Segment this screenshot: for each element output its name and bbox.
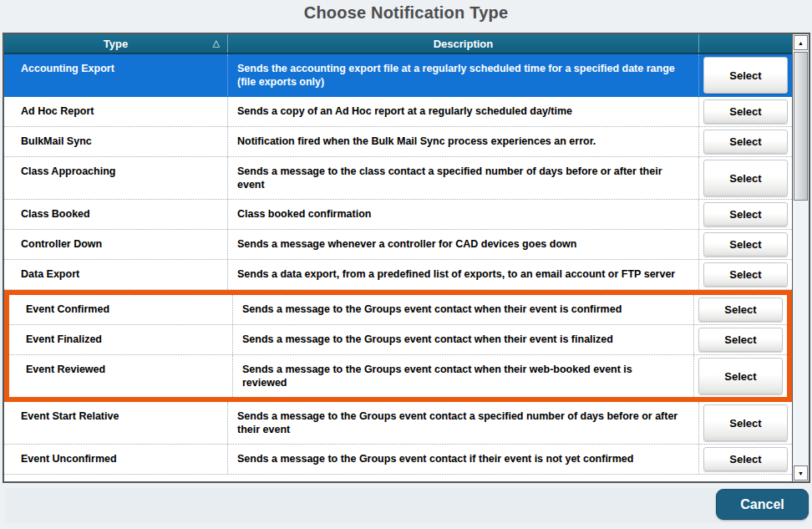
- action-cell: Select: [698, 230, 792, 259]
- description-cell: Sends a message to the Groups event cont…: [232, 355, 693, 397]
- description-cell: Sends a copy of an Ad Hoc report at a re…: [227, 97, 698, 126]
- select-button[interactable]: Select: [703, 447, 788, 471]
- select-button[interactable]: Select: [698, 328, 783, 352]
- highlight-box: Event ConfirmedSends a message to the Gr…: [4, 290, 792, 402]
- column-header-description[interactable]: Description: [227, 34, 698, 53]
- scroll-up-icon: ▲: [798, 40, 804, 46]
- scrollbar-thumb[interactable]: [794, 52, 808, 201]
- column-header-actions: [698, 34, 792, 53]
- select-button[interactable]: Select: [703, 99, 788, 124]
- table-row[interactable]: Class BookedClass booked confirmationSel…: [4, 200, 792, 230]
- table-row[interactable]: Controller DownSends a message whenever …: [4, 230, 792, 260]
- notification-type-table: Type △ Description Accounting ExportSend…: [3, 33, 810, 483]
- table-row[interactable]: Ad Hoc ReportSends a copy of an Ad Hoc r…: [4, 97, 792, 127]
- select-button[interactable]: Select: [698, 298, 783, 322]
- type-cell: Event Start Relative: [4, 402, 227, 444]
- description-cell: Sends a message to the Groups event cont…: [227, 402, 698, 444]
- table-header-row: Type △ Description: [4, 34, 792, 54]
- action-cell: Select: [693, 295, 787, 324]
- type-cell: Class Booked: [4, 200, 227, 229]
- type-cell: Accounting Export: [4, 54, 227, 96]
- type-cell: BulkMail Sync: [4, 127, 227, 156]
- sort-ascending-icon: △: [213, 38, 220, 48]
- action-cell: Select: [693, 355, 787, 397]
- column-header-description-label: Description: [434, 38, 494, 50]
- select-button[interactable]: Select: [703, 232, 788, 257]
- type-cell: Event Finalized: [9, 325, 232, 354]
- table-row[interactable]: Class ApproachingSends a message to the …: [4, 157, 792, 200]
- scroll-down-icon: ▼: [798, 471, 804, 476]
- action-cell: Select: [698, 402, 792, 444]
- select-button[interactable]: Select: [703, 404, 788, 441]
- action-cell: Select: [698, 157, 792, 199]
- action-cell: Select: [698, 127, 792, 156]
- select-button[interactable]: Select: [703, 130, 788, 154]
- select-button[interactable]: Select: [703, 262, 788, 287]
- table-row[interactable]: Event UnconfirmedSends a message to the …: [4, 445, 792, 475]
- action-cell: Select: [698, 200, 792, 229]
- description-cell: Class booked confirmation: [227, 200, 698, 229]
- description-cell: Sends a message to the Groups event cont…: [227, 445, 698, 474]
- action-cell: Select: [693, 325, 787, 354]
- select-button[interactable]: Select: [703, 57, 788, 94]
- table-row[interactable]: Event FinalizedSends a message to the Gr…: [9, 325, 787, 355]
- description-cell: Sends a message to the Groups event cont…: [232, 325, 693, 354]
- action-cell: Select: [698, 54, 792, 96]
- table-row[interactable]: Data ExportSends a data export, from a p…: [4, 260, 792, 290]
- action-cell: Select: [698, 445, 792, 474]
- dialog-title: Choose Notification Type: [0, 3, 812, 23]
- description-cell: Notification fired when the Bulk Mail Sy…: [227, 127, 698, 156]
- table-row[interactable]: Event ConfirmedSends a message to the Gr…: [9, 295, 787, 325]
- cancel-button[interactable]: Cancel: [716, 489, 809, 520]
- description-cell: Sends a message to the class contact a s…: [227, 157, 698, 199]
- type-cell: Class Approaching: [4, 157, 227, 199]
- select-button[interactable]: Select: [698, 358, 783, 394]
- column-header-type-label: Type: [104, 38, 128, 50]
- table-grid: Type △ Description Accounting ExportSend…: [4, 34, 792, 481]
- type-cell: Event Reviewed: [9, 355, 232, 397]
- table-row[interactable]: Event Start RelativeSends a message to t…: [4, 402, 792, 445]
- action-cell: Select: [698, 97, 792, 126]
- select-button[interactable]: Select: [703, 202, 788, 226]
- scrollbar[interactable]: ▲ ▼: [792, 34, 809, 481]
- description-cell: Sends the accounting export file at a re…: [227, 54, 698, 96]
- action-cell: Select: [698, 260, 792, 289]
- table-row[interactable]: Accounting ExportSends the accounting ex…: [4, 54, 792, 97]
- scroll-up-button[interactable]: ▲: [794, 35, 808, 50]
- type-cell: Controller Down: [4, 230, 227, 259]
- description-cell: Sends a message whenever a controller fo…: [227, 230, 698, 259]
- table-row[interactable]: BulkMail SyncNotification fired when the…: [4, 127, 792, 157]
- description-cell: Sends a data export, from a predefined l…: [227, 260, 698, 289]
- scroll-down-button[interactable]: ▼: [794, 465, 808, 481]
- type-cell: Event Confirmed: [9, 295, 232, 324]
- type-cell: Data Export: [4, 260, 227, 289]
- description-cell: Sends a message to the Groups event cont…: [232, 295, 693, 324]
- dialog-footer: [5, 488, 807, 523]
- table-body: Accounting ExportSends the accounting ex…: [4, 54, 792, 475]
- column-header-type[interactable]: Type △: [4, 34, 227, 53]
- select-button[interactable]: Select: [703, 160, 788, 196]
- type-cell: Ad Hoc Report: [4, 97, 227, 126]
- table-row[interactable]: Event ReviewedSends a message to the Gro…: [9, 355, 787, 397]
- type-cell: Event Unconfirmed: [4, 445, 227, 474]
- choose-notification-type-dialog: Choose Notification Type Type △ Descript…: [0, 0, 812, 529]
